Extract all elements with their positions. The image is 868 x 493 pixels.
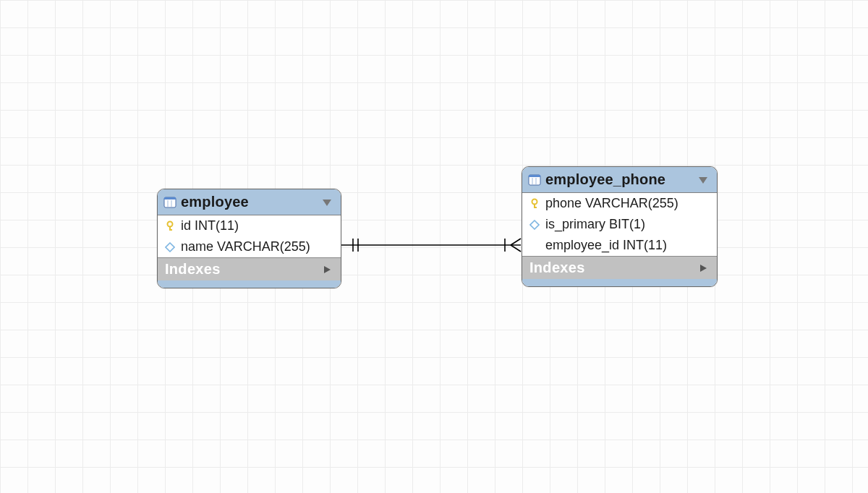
entity-employee-phone[interactable]: employee_phone phone VARCHAR(255) is_pri… xyxy=(522,166,718,287)
entity-fields: id INT(11) name VARCHAR(255) xyxy=(158,215,341,257)
entity-bottom-strip xyxy=(158,280,341,288)
svg-rect-13 xyxy=(169,229,172,231)
entity-header[interactable]: employee_phone xyxy=(522,167,717,193)
field-text: employee_id INT(11) xyxy=(545,238,710,253)
key-icon xyxy=(163,220,176,232)
relationship-line xyxy=(0,0,868,493)
key-icon xyxy=(528,198,541,210)
field-row[interactable]: phone VARCHAR(255) xyxy=(522,193,717,214)
field-row[interactable]: id INT(11) xyxy=(158,215,341,236)
collapse-icon[interactable] xyxy=(320,197,333,207)
entity-employee[interactable]: employee id INT(11) name VARCHAR(255) In… xyxy=(157,189,341,288)
field-text: is_primary BIT(1) xyxy=(545,217,710,232)
entity-footer[interactable]: Indexes xyxy=(158,257,341,280)
entity-title: employee xyxy=(181,194,316,210)
diamond-icon xyxy=(528,220,541,230)
entity-bottom-strip xyxy=(522,279,717,286)
indexes-label: Indexes xyxy=(529,260,697,276)
field-text: name VARCHAR(255) xyxy=(181,239,333,254)
indexes-label: Indexes xyxy=(165,261,320,278)
svg-rect-7 xyxy=(164,197,176,200)
expand-icon[interactable] xyxy=(320,265,333,275)
svg-rect-23 xyxy=(534,207,537,208)
entity-fields: phone VARCHAR(255) is_primary BIT(1) emp… xyxy=(522,193,717,256)
svg-point-11 xyxy=(168,221,173,226)
entity-header[interactable]: employee xyxy=(158,189,341,215)
expand-icon[interactable] xyxy=(697,263,710,273)
field-row[interactable]: is_primary BIT(1) xyxy=(522,214,717,235)
table-icon xyxy=(528,174,541,186)
field-text: id INT(11) xyxy=(181,218,333,233)
diamond-icon xyxy=(163,242,176,252)
svg-point-21 xyxy=(532,199,537,204)
svg-marker-20 xyxy=(699,177,707,184)
svg-marker-15 xyxy=(324,266,331,273)
diagram-canvas[interactable]: employee id INT(11) name VARCHAR(255) In… xyxy=(0,0,868,493)
field-row[interactable]: name VARCHAR(255) xyxy=(158,236,341,257)
field-row[interactable]: employee_id INT(11) xyxy=(522,235,717,256)
entity-title: employee_phone xyxy=(545,171,692,188)
svg-marker-14 xyxy=(166,243,174,252)
svg-marker-24 xyxy=(530,220,539,229)
svg-marker-10 xyxy=(323,200,331,206)
svg-line-4 xyxy=(511,239,521,245)
field-text: phone VARCHAR(255) xyxy=(545,196,710,211)
collapse-icon[interactable] xyxy=(697,175,710,185)
table-icon xyxy=(163,197,176,208)
svg-line-5 xyxy=(511,245,521,252)
svg-rect-17 xyxy=(529,175,540,177)
svg-marker-25 xyxy=(700,265,707,272)
entity-footer[interactable]: Indexes xyxy=(522,256,717,279)
